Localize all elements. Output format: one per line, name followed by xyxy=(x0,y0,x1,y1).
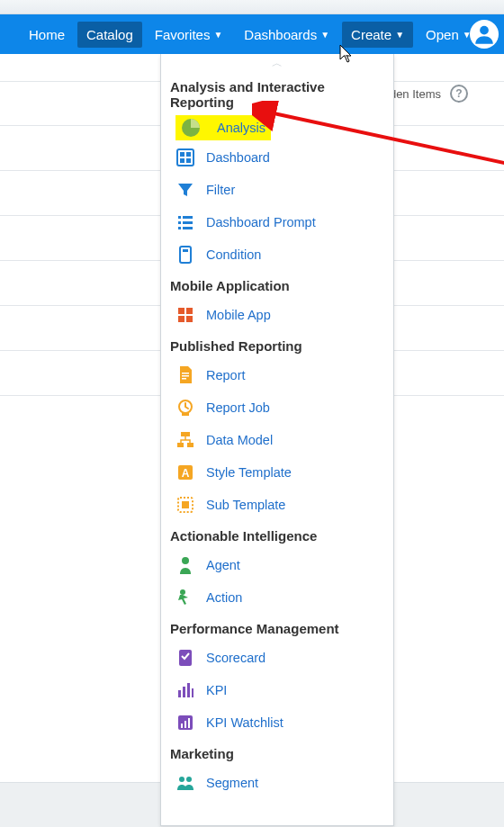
person-icon xyxy=(472,22,496,46)
menu-segment[interactable]: Segment xyxy=(161,767,393,799)
scroll-up-icon[interactable]: ︿ xyxy=(161,58,393,72)
svg-rect-13 xyxy=(180,247,191,263)
svg-rect-16 xyxy=(186,308,193,314)
menu-scorecard[interactable]: Scorecard xyxy=(161,642,393,674)
section-performance: Performance Management xyxy=(161,614,393,642)
svg-rect-7 xyxy=(178,216,181,219)
menu-condition-label: Condition xyxy=(206,247,261,262)
help-icon[interactable]: ? xyxy=(450,85,468,103)
svg-rect-21 xyxy=(182,378,186,380)
svg-text:A: A xyxy=(182,467,190,480)
svg-rect-24 xyxy=(181,432,190,436)
menu-style-template-label: Style Template xyxy=(206,465,292,480)
nav-home[interactable]: Home xyxy=(20,22,74,48)
menu-mobile-app[interactable]: Mobile App xyxy=(161,299,393,331)
menu-condition[interactable]: Condition xyxy=(161,238,393,271)
segment-icon xyxy=(176,773,195,793)
menu-analysis-label: Analysis xyxy=(217,121,266,135)
user-avatar[interactable] xyxy=(470,20,499,49)
nav-dashboards-label: Dashboards xyxy=(244,27,317,42)
svg-point-43 xyxy=(186,777,192,782)
chevron-down-icon: ▼ xyxy=(213,30,222,40)
menu-kpi-watchlist[interactable]: KPI Watchlist xyxy=(161,706,393,739)
menu-mobile-app-label: Mobile App xyxy=(206,308,271,322)
svg-rect-20 xyxy=(182,375,189,377)
section-published: Published Reporting xyxy=(161,331,393,359)
kpi-icon xyxy=(176,680,195,700)
svg-point-42 xyxy=(179,777,184,782)
menu-filter[interactable]: Filter xyxy=(161,174,393,206)
nav-create[interactable]: Create ▼ xyxy=(342,22,413,48)
section-actionable: Actionable Intelligence xyxy=(161,521,393,549)
main-nav-bar: Home Catalog Favorites ▼ Dashboards ▼ Cr… xyxy=(0,14,504,54)
svg-point-0 xyxy=(480,26,489,35)
svg-rect-2 xyxy=(177,149,194,166)
menu-data-model-label: Data Model xyxy=(206,433,273,447)
nav-open-label: Open xyxy=(426,27,459,42)
create-dropdown: ︿ Analysis and Interactive Reporting Ana… xyxy=(160,54,394,826)
menu-report-label: Report xyxy=(206,368,246,382)
svg-rect-3 xyxy=(180,152,184,157)
nav-catalog[interactable]: Catalog xyxy=(77,22,142,48)
svg-rect-37 xyxy=(192,688,194,697)
menu-kpi-watchlist-label: KPI Watchlist xyxy=(206,715,284,730)
dashboard-prompt-icon xyxy=(176,212,195,232)
nav-catalog-label: Catalog xyxy=(86,27,133,42)
section-analysis: Analysis and Interactive Reporting xyxy=(161,72,393,115)
svg-rect-6 xyxy=(186,158,191,163)
menu-style-template[interactable]: A Style Template xyxy=(161,456,393,489)
nav-dashboards[interactable]: Dashboards ▼ xyxy=(235,22,338,48)
menu-dashboard-label: Dashboard xyxy=(206,150,270,165)
svg-rect-18 xyxy=(186,316,193,322)
nav-create-label: Create xyxy=(351,27,392,42)
svg-rect-41 xyxy=(188,718,190,728)
nav-favorites-label: Favorites xyxy=(155,27,211,42)
nav-home-label: Home xyxy=(29,27,65,42)
svg-rect-34 xyxy=(178,690,181,697)
menu-analysis[interactable]: Analysis xyxy=(176,115,271,140)
mobile-app-icon xyxy=(176,305,195,325)
report-job-icon xyxy=(176,398,195,418)
svg-rect-40 xyxy=(184,721,186,728)
svg-rect-9 xyxy=(178,221,181,224)
menu-dashboard-prompt[interactable]: Dashboard Prompt xyxy=(161,206,393,238)
menu-action[interactable]: Action xyxy=(161,581,393,614)
nav-favorites[interactable]: Favorites ▼ xyxy=(146,22,232,48)
kpi-watchlist-icon xyxy=(176,713,195,733)
menu-data-model[interactable]: Data Model xyxy=(161,424,393,456)
sub-template-icon xyxy=(176,495,195,515)
menu-sub-template[interactable]: Sub Template xyxy=(161,489,393,521)
menu-agent[interactable]: Agent xyxy=(161,549,393,581)
agent-icon xyxy=(176,555,195,575)
svg-rect-35 xyxy=(183,687,185,697)
svg-rect-8 xyxy=(183,216,193,219)
svg-rect-5 xyxy=(180,158,184,163)
menu-report[interactable]: Report xyxy=(161,359,393,391)
chevron-down-icon: ▼ xyxy=(320,30,329,40)
svg-rect-4 xyxy=(186,152,191,157)
svg-rect-30 xyxy=(182,501,189,508)
menu-dashboard[interactable]: Dashboard xyxy=(161,141,393,174)
hidden-items-text: den Items xyxy=(390,87,441,101)
menu-agent-label: Agent xyxy=(206,558,240,572)
svg-rect-19 xyxy=(182,373,189,374)
menu-kpi[interactable]: KPI xyxy=(161,674,393,706)
dashboard-icon xyxy=(176,148,195,167)
menu-report-job[interactable]: Report Job xyxy=(161,391,393,424)
svg-rect-14 xyxy=(183,249,188,252)
filter-icon xyxy=(176,180,195,200)
section-mobile: Mobile Application xyxy=(161,271,393,299)
svg-rect-17 xyxy=(178,316,184,322)
menu-sub-template-label: Sub Template xyxy=(206,498,285,512)
style-template-icon: A xyxy=(176,463,195,482)
menu-action-label: Action xyxy=(206,590,242,605)
report-icon xyxy=(176,365,195,385)
menu-scorecard-label: Scorecard xyxy=(206,651,266,665)
top-strip xyxy=(0,0,504,14)
menu-kpi-label: KPI xyxy=(206,683,227,697)
data-model-icon xyxy=(176,430,195,450)
action-icon xyxy=(176,588,195,607)
hidden-items-area: den Items ? xyxy=(390,85,468,103)
svg-rect-25 xyxy=(177,443,184,447)
scorecard-icon xyxy=(176,648,195,668)
